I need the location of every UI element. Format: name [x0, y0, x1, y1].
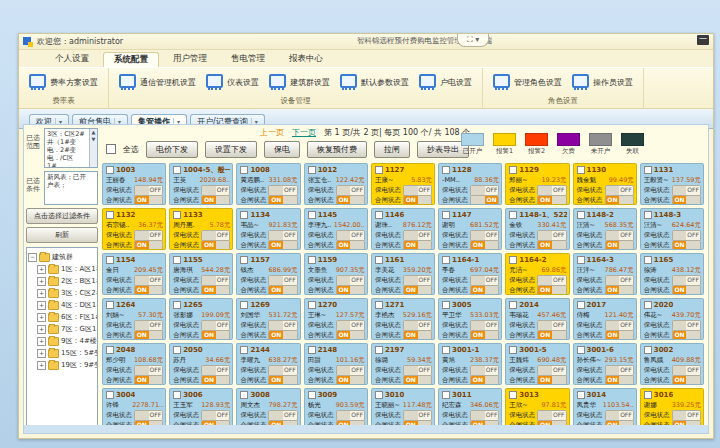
gate-status-toggle[interactable]: ON: [537, 240, 566, 251]
gate-status-toggle[interactable]: ON: [605, 240, 634, 251]
keep-power-toggle[interactable]: OFF: [268, 275, 297, 286]
card-checkbox[interactable]: [644, 391, 652, 399]
gate-status-toggle[interactable]: ON: [470, 375, 499, 386]
selected-range-box[interactable]: 3区：C区2#井（1#变电．2#变电．/C区1#… ▲▼: [44, 128, 98, 168]
gate-status-toggle[interactable]: ON: [134, 195, 163, 206]
gate-status-toggle[interactable]: ON: [134, 330, 163, 341]
card-checkbox[interactable]: [442, 166, 450, 174]
keep-power-toggle[interactable]: OFF: [336, 365, 365, 376]
keep-power-toggle[interactable]: OFF: [336, 185, 365, 196]
gate-status-toggle[interactable]: ON: [336, 330, 365, 341]
selected-condition-box[interactable]: 新风表；已开户表；: [44, 171, 98, 205]
gate-status-toggle[interactable]: ON: [403, 330, 432, 341]
keep-power-toggle[interactable]: OFF: [537, 365, 566, 376]
expand-icon[interactable]: +: [37, 289, 46, 298]
card-checkbox[interactable]: [577, 256, 585, 264]
gate-status-toggle[interactable]: ON: [537, 375, 566, 386]
keep-power-toggle[interactable]: OFF: [201, 410, 230, 421]
card-checkbox[interactable]: [308, 346, 316, 354]
gate-status-toggle[interactable]: ON: [403, 195, 432, 206]
ribbon-button[interactable]: 通信管理机设置: [119, 74, 196, 92]
keep-power-toggle[interactable]: OFF: [403, 410, 432, 421]
gate-status-toggle[interactable]: ON: [201, 240, 230, 251]
toolbar-button-3[interactable]: 保电: [264, 141, 300, 158]
card-checkbox[interactable]: [173, 211, 181, 219]
gate-status-toggle[interactable]: ON: [336, 285, 365, 296]
keep-power-toggle[interactable]: OFF: [201, 365, 230, 376]
gate-status-toggle[interactable]: ON: [605, 195, 634, 206]
keep-power-toggle[interactable]: OFF: [336, 275, 365, 286]
keep-power-toggle[interactable]: OFF: [268, 320, 297, 331]
keep-power-toggle[interactable]: OFF: [672, 320, 701, 331]
keep-power-toggle[interactable]: OFF: [605, 410, 634, 421]
tree-node[interactable]: +2区：B区1#井(B区: [28, 276, 96, 286]
ribbon-button[interactable]: 操作员设置: [572, 74, 633, 92]
gate-status-toggle[interactable]: ON: [134, 375, 163, 386]
card-checkbox[interactable]: [375, 391, 383, 399]
keep-power-toggle[interactable]: OFF: [470, 185, 499, 196]
keep-power-toggle[interactable]: OFF: [403, 230, 432, 241]
keep-power-toggle[interactable]: OFF: [268, 410, 297, 421]
expand-icon[interactable]: +: [37, 337, 46, 346]
card-checkbox[interactable]: [240, 391, 248, 399]
keep-power-toggle[interactable]: OFF: [336, 410, 365, 421]
keep-power-toggle[interactable]: OFF: [134, 410, 163, 421]
ribbon-button[interactable]: 费率方案设置: [29, 74, 98, 92]
keep-power-toggle[interactable]: OFF: [134, 230, 163, 241]
ribbon-button[interactable]: 管理角色设置: [493, 74, 562, 92]
ribbon-button[interactable]: 户电设置: [419, 74, 472, 92]
card-checkbox[interactable]: [375, 346, 383, 354]
keep-power-toggle[interactable]: OFF: [672, 275, 701, 286]
prev-page-link[interactable]: 上一页: [260, 127, 284, 138]
tree-node[interactable]: +6区：F区1#井（F）: [28, 312, 96, 322]
tree-node[interactable]: +9区：4#楼电井（4: [28, 336, 96, 346]
next-page-link[interactable]: 下一页: [292, 127, 316, 138]
card-checkbox[interactable]: [375, 256, 383, 264]
toolbar-button-5[interactable]: 拉闸: [374, 141, 410, 158]
card-checkbox[interactable]: [173, 166, 181, 174]
card-checkbox[interactable]: [442, 346, 450, 354]
keep-power-toggle[interactable]: OFF: [201, 185, 230, 196]
keep-power-toggle[interactable]: OFF: [605, 320, 634, 331]
card-checkbox[interactable]: [106, 256, 114, 264]
gate-status-toggle[interactable]: ON: [672, 375, 701, 386]
gate-status-toggle[interactable]: ON: [201, 375, 230, 386]
menu-item-5[interactable]: 报表中心: [279, 52, 333, 67]
card-checkbox[interactable]: [173, 391, 181, 399]
card-checkbox[interactable]: [509, 256, 517, 264]
gate-status-toggle[interactable]: ON: [336, 375, 365, 386]
card-checkbox[interactable]: [442, 391, 450, 399]
card-checkbox[interactable]: [644, 301, 652, 309]
menu-item-4[interactable]: 售电管理: [221, 52, 275, 67]
tree-node[interactable]: +3区：C区2#井（1#: [28, 288, 96, 298]
card-checkbox[interactable]: [240, 256, 248, 264]
card-checkbox[interactable]: [577, 346, 585, 354]
card-checkbox[interactable]: [240, 346, 248, 354]
keep-power-toggle[interactable]: OFF: [134, 185, 163, 196]
card-checkbox[interactable]: [375, 301, 383, 309]
card-checkbox[interactable]: [173, 256, 181, 264]
toolbar-button-2[interactable]: 设置下发: [205, 141, 257, 158]
minimize-button[interactable]: —: [697, 35, 709, 45]
keep-power-toggle[interactable]: OFF: [201, 320, 230, 331]
gate-status-toggle[interactable]: ON: [201, 285, 230, 296]
keep-power-toggle[interactable]: OFF: [268, 230, 297, 241]
card-checkbox[interactable]: [644, 346, 652, 354]
refresh-button[interactable]: 刷新: [26, 227, 98, 243]
keep-power-toggle[interactable]: OFF: [672, 365, 701, 376]
expand-icon[interactable]: +: [37, 301, 46, 310]
keep-power-toggle[interactable]: OFF: [470, 365, 499, 376]
gate-status-toggle[interactable]: ON: [672, 330, 701, 341]
card-checkbox[interactable]: [173, 301, 181, 309]
card-checkbox[interactable]: [106, 211, 114, 219]
keep-power-toggle[interactable]: OFF: [201, 230, 230, 241]
gate-status-toggle[interactable]: ON: [470, 195, 499, 206]
card-checkbox[interactable]: [308, 211, 316, 219]
expand-icon[interactable]: +: [37, 277, 46, 286]
gate-status-toggle[interactable]: ON: [470, 330, 499, 341]
expand-icon[interactable]: +: [37, 349, 46, 358]
card-checkbox[interactable]: [442, 211, 450, 219]
tree-node[interactable]: +4区：D区1#井（D: [28, 300, 96, 310]
keep-power-toggle[interactable]: OFF: [268, 365, 297, 376]
scrollbar[interactable]: ▲▼: [89, 129, 97, 167]
